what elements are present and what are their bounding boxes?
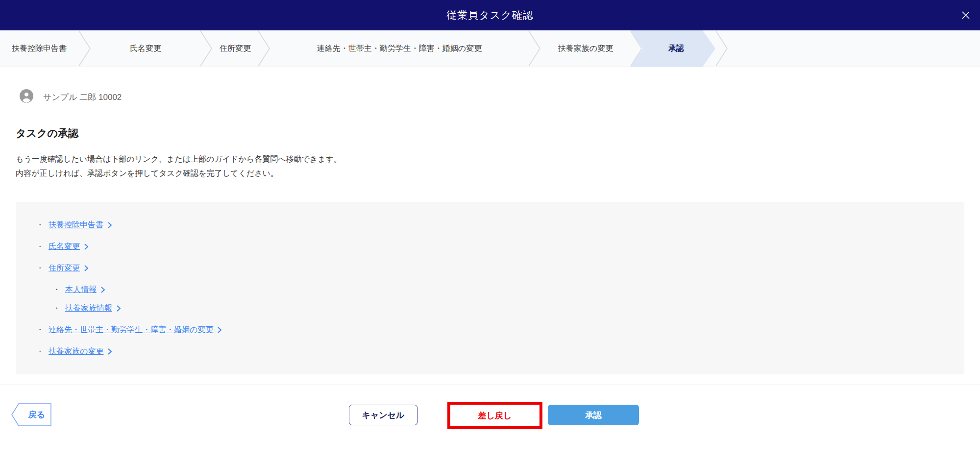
bullet-marker: ・ [53,304,60,313]
chevron-right-icon [108,348,112,355]
chevron-right-icon [84,265,89,271]
page-title: タスクの承認 [16,126,964,140]
task-link[interactable]: 扶養家族情報 [65,303,112,314]
employee-identity-row: サンプル 二郎 10002 [16,89,964,105]
stepper-step-label: 連絡先・世帯主・勤労学生・障害・婚姻の変更 [317,44,482,54]
footer-actions: 戻る キャンセル 差し戻し 承認 [0,385,980,438]
stepper-step-label: 承認 [668,44,684,54]
stepper-step[interactable]: 扶養控除申告書 [0,30,78,67]
chevron-right-icon [108,222,112,228]
chevron-right-icon [101,287,105,293]
stepper-step[interactable]: 氏名変更 [91,30,200,67]
stepper-chevron-separator-icon [258,30,270,67]
instructions-text: もう一度確認したい場合は下部のリンク、または上部のガイドから各質問へ移動できます… [16,152,964,180]
task-link-item: ・ 扶養家族情報 [53,301,953,316]
bullet-marker: ・ [36,220,44,230]
bullet-marker: ・ [36,264,44,273]
approve-button[interactable]: 承認 [548,405,639,425]
chevron-right-icon [117,305,121,312]
task-link[interactable]: 住所変更 [49,263,80,273]
employee-task-modal: 従業員タスク確認 扶養控除申告書 氏名変更 住所変更 [0,0,980,463]
task-link[interactable]: 本人情報 [65,285,97,295]
person-icon [20,89,33,105]
task-link[interactable]: 連絡先・世帯主・勤労学生・障害・婚姻の変更 [49,325,213,335]
modal-title: 従業員タスク確認 [0,0,980,30]
task-link-item: ・ 扶養家族の変更 [36,344,953,359]
task-links-list: ・ 扶養控除申告書 ・ 氏名変更 ・ 住所変更 [36,218,953,359]
task-link[interactable]: 扶養家族の変更 [49,346,103,357]
bullet-marker: ・ [36,347,44,356]
back-button[interactable]: 戻る [11,403,51,426]
bullet-marker: ・ [36,325,44,335]
close-icon [961,11,970,21]
task-link[interactable]: 扶養控除申告書 [49,220,103,230]
stepper-chevron-separator-icon [200,30,213,67]
stepper-step[interactable]: 連絡先・世帯主・勤労学生・障害・婚姻の変更 [270,30,528,67]
chevron-right-icon [218,327,222,333]
task-link[interactable]: 氏名変更 [49,242,80,252]
task-link-item: ・ 氏名変更 [36,239,953,254]
bullet-marker: ・ [53,285,60,294]
stepper-step[interactable]: 住所変更 [213,30,258,67]
task-link-item: ・ 住所変更 [36,261,953,275]
task-links-panel: ・ 扶養控除申告書 ・ 氏名変更 ・ 住所変更 [16,202,964,374]
instructions-line-2: 内容が正しければ、承認ボタンを押してタスク確認を完了してください。 [16,169,278,177]
sendback-highlight-annotation: 差し戻し [447,402,542,429]
task-link-item: ・ 本人情報 [53,282,953,297]
stepper-chevron-separator-icon [715,30,728,67]
instructions-line-1: もう一度確認したい場合は下部のリンク、または上部のガイドから各質問へ移動できます… [16,155,342,163]
close-button[interactable] [959,9,972,22]
stepper-step-label: 扶養家族の変更 [558,44,613,54]
stepper: 扶養控除申告書 氏名変更 住所変更 連絡先・世帯主・勤労学生・障害・婚姻の変更 … [0,30,980,67]
stepper-chevron-separator-icon [528,30,541,67]
main-content: サンプル 二郎 10002 タスクの承認 もう一度確認したい場合は下部のリンク、… [0,89,980,374]
stepper-step[interactable]: 扶養家族の変更 [541,30,630,67]
task-link-item: ・ 連絡先・世帯主・勤労学生・障害・婚姻の変更 [36,322,953,337]
sendback-button[interactable]: 差し戻し [450,405,539,426]
cancel-button[interactable]: キャンセル [349,405,417,425]
stepper-step-label: 氏名変更 [130,44,161,54]
back-button-label: 戻る [22,403,51,426]
stepper-chevron-separator-icon [78,30,91,67]
task-link-item: ・ 扶養控除申告書 [36,218,953,232]
stepper-step-label: 扶養控除申告書 [12,44,67,54]
bullet-marker: ・ [36,242,44,251]
modal-header: 従業員タスク確認 [0,0,980,30]
chevron-right-icon [84,244,89,250]
employee-name: サンプル 二郎 10002 [43,92,122,103]
stepper-step[interactable]: 承認 [630,30,715,67]
stepper-step-label: 住所変更 [220,44,251,54]
